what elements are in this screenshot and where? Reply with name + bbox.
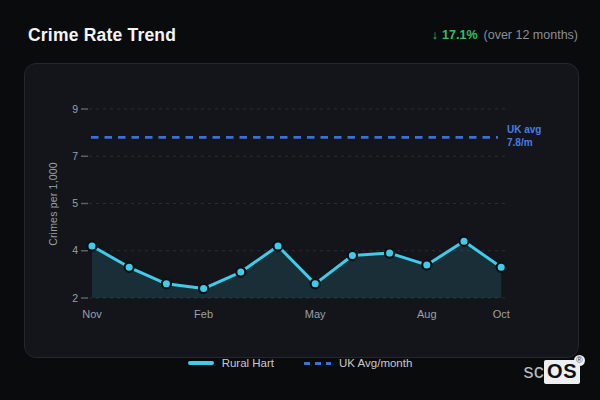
y-tick-label: 4 bbox=[72, 244, 78, 256]
scos-logo: sc OS® bbox=[523, 360, 580, 384]
registered-trademark-icon: ® bbox=[574, 355, 585, 366]
delta-period: (over 12 months) bbox=[484, 28, 578, 42]
trend-area bbox=[92, 241, 501, 298]
x-tick-label: Oct bbox=[493, 308, 510, 320]
data-point[interactable] bbox=[236, 267, 245, 276]
chart-legend: Rural Hart UK Avg/month bbox=[0, 354, 600, 372]
data-point[interactable] bbox=[311, 279, 320, 288]
data-point[interactable] bbox=[459, 237, 468, 246]
logo-prefix: sc bbox=[523, 360, 544, 383]
data-point[interactable] bbox=[125, 263, 134, 272]
legend-item-rural-hart[interactable]: Rural Hart bbox=[188, 357, 274, 369]
legend-label-rural-hart: Rural Hart bbox=[222, 357, 274, 369]
page-title: Crime Rate Trend bbox=[28, 25, 176, 46]
delta-value: 17.1% bbox=[442, 28, 477, 42]
y-tick-label: 9 bbox=[72, 103, 78, 115]
crime-trend-chart: 97542NovFebMayAugOctUK avg7.8/m bbox=[25, 64, 580, 359]
header: Crime Rate Trend ↓ 17.1% (over 12 months… bbox=[28, 24, 578, 46]
rural-hart-line-swatch bbox=[188, 361, 214, 365]
legend-label-uk-avg: UK Avg/month bbox=[339, 357, 412, 369]
down-arrow-icon: ↓ bbox=[432, 28, 438, 42]
data-point[interactable] bbox=[87, 241, 96, 250]
x-tick-label: Aug bbox=[417, 308, 437, 320]
x-tick-label: Nov bbox=[82, 308, 102, 320]
x-tick-label: Feb bbox=[194, 308, 213, 320]
uk-avg-dashed-swatch bbox=[304, 362, 331, 365]
data-point[interactable] bbox=[162, 279, 171, 288]
uk-avg-label-line2: 7.8/m bbox=[507, 137, 533, 148]
trend-indicator: ↓ 17.1% (over 12 months) bbox=[432, 28, 578, 42]
data-point[interactable] bbox=[422, 260, 431, 269]
data-point[interactable] bbox=[497, 263, 506, 272]
y-tick-label: 7 bbox=[72, 150, 78, 162]
legend-item-uk-avg[interactable]: UK Avg/month bbox=[304, 357, 412, 369]
data-point[interactable] bbox=[348, 251, 357, 260]
y-tick-label: 5 bbox=[72, 197, 78, 209]
uk-avg-label-line1: UK avg bbox=[507, 124, 541, 135]
logo-suffix: OS® bbox=[544, 360, 580, 384]
data-point[interactable] bbox=[273, 241, 282, 250]
y-tick-label: 2 bbox=[72, 292, 78, 304]
chart-card: Crimes per 1,000 97542NovFebMayAugOctUK … bbox=[24, 63, 579, 358]
data-point[interactable] bbox=[199, 284, 208, 293]
x-tick-label: May bbox=[305, 308, 326, 320]
data-point[interactable] bbox=[385, 249, 394, 258]
